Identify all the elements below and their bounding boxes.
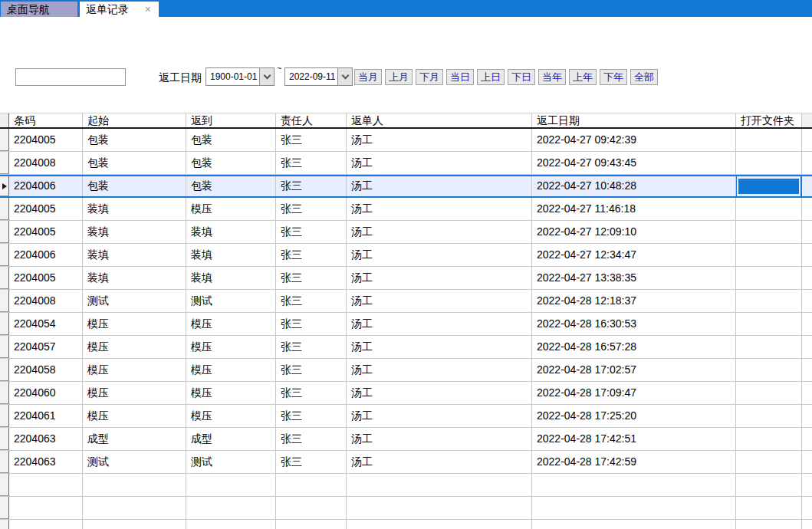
quick-filter-button-6[interactable]: 下日 bbox=[508, 69, 535, 85]
cell-open-folder[interactable] bbox=[736, 152, 802, 174]
quick-filter-button-1[interactable]: 当月 bbox=[354, 69, 382, 85]
column-header-rework-time[interactable]: 返工日期 bbox=[532, 113, 736, 127]
tab-return-records[interactable]: 返单记录 × bbox=[80, 2, 159, 17]
cell-to-step[interactable]: 测试 bbox=[186, 290, 276, 312]
cell-open-folder[interactable] bbox=[736, 198, 802, 220]
cell-open-folder[interactable] bbox=[736, 267, 802, 289]
table-row[interactable]: 2204005包装包装张三汤工2022-04-27 09:42:39 bbox=[0, 129, 812, 152]
row-selector[interactable] bbox=[0, 520, 9, 529]
table-row[interactable]: 2204063测试测试张三汤工2022-04-28 17:42:59 bbox=[0, 451, 812, 474]
cell-barcode[interactable]: 2204054 bbox=[9, 313, 83, 335]
cell-to-step[interactable] bbox=[186, 474, 276, 496]
cell-barcode[interactable]: 2204005 bbox=[9, 198, 83, 220]
cell-rework-time[interactable]: 2022-04-28 17:42:51 bbox=[532, 428, 736, 450]
table-row[interactable]: 2204005装填模压张三汤工2022-04-27 11:46:18 bbox=[0, 198, 812, 221]
cell-open-folder[interactable] bbox=[736, 336, 802, 358]
cell-from-step[interactable] bbox=[83, 497, 186, 519]
cell-open-folder[interactable] bbox=[736, 451, 802, 473]
row-selector[interactable] bbox=[0, 176, 9, 196]
cell-rework-time[interactable]: 2022-04-28 17:25:20 bbox=[532, 405, 736, 427]
cell-returner[interactable] bbox=[347, 474, 532, 496]
cell-responsible[interactable] bbox=[276, 520, 347, 529]
cell-barcode[interactable]: 2204060 bbox=[9, 382, 83, 404]
cell-returner[interactable]: 汤工 bbox=[347, 176, 532, 196]
cell-barcode[interactable]: 2204005 bbox=[9, 267, 83, 289]
cell-to-step[interactable]: 模压 bbox=[186, 313, 276, 335]
cell-rework-time[interactable]: 2022-04-28 16:57:28 bbox=[532, 336, 736, 358]
cell-responsible[interactable]: 张三 bbox=[276, 129, 347, 151]
column-header-from-step[interactable]: 起始 bbox=[83, 113, 186, 127]
cell-open-folder[interactable] bbox=[736, 405, 802, 427]
cell-returner[interactable]: 汤工 bbox=[347, 198, 532, 220]
column-header-responsible[interactable]: 责任人 bbox=[276, 113, 347, 127]
table-row[interactable]: 2204058模压模压张三汤工2022-04-28 17:02:57 bbox=[0, 359, 812, 382]
cell-barcode[interactable]: 2204006 bbox=[9, 176, 83, 196]
cell-from-step[interactable]: 装填 bbox=[83, 267, 186, 289]
cell-from-step[interactable]: 测试 bbox=[83, 451, 186, 473]
cell-open-folder[interactable] bbox=[736, 221, 802, 243]
cell-open-folder[interactable] bbox=[736, 129, 802, 151]
cell-from-step[interactable]: 测试 bbox=[83, 290, 186, 312]
cell-to-step[interactable]: 包装 bbox=[186, 176, 276, 196]
cell-from-step[interactable]: 模压 bbox=[83, 405, 186, 427]
cell-responsible[interactable]: 张三 bbox=[276, 428, 347, 450]
cell-rework-time[interactable]: 2022-04-27 09:43:45 bbox=[532, 152, 736, 174]
date-from-picker[interactable]: 1900-01-01 bbox=[205, 67, 275, 86]
date-from-dropdown-button[interactable] bbox=[259, 68, 274, 85]
cell-open-folder[interactable] bbox=[736, 520, 802, 529]
cell-responsible[interactable]: 张三 bbox=[276, 382, 347, 404]
cell-to-step[interactable]: 包装 bbox=[186, 129, 276, 151]
cell-returner[interactable]: 汤工 bbox=[347, 221, 532, 243]
cell-barcode[interactable]: 2204006 bbox=[9, 244, 83, 266]
cell-barcode[interactable]: 2204005 bbox=[9, 221, 83, 243]
cell-open-folder[interactable] bbox=[736, 313, 802, 335]
row-selector[interactable] bbox=[0, 405, 9, 427]
cell-to-step[interactable]: 模压 bbox=[186, 405, 276, 427]
cell-rework-time[interactable]: 2022-04-27 10:48:28 bbox=[532, 176, 736, 196]
cell-from-step[interactable]: 装填 bbox=[83, 198, 186, 220]
row-selector[interactable] bbox=[0, 221, 9, 243]
cell-rework-time[interactable]: 2022-04-27 11:46:18 bbox=[532, 198, 736, 220]
row-selector[interactable] bbox=[0, 290, 9, 312]
cell-from-step[interactable]: 包装 bbox=[83, 176, 186, 196]
cell-rework-time[interactable] bbox=[532, 474, 736, 496]
column-header-returner[interactable]: 返单人 bbox=[347, 113, 532, 127]
cell-returner[interactable]: 汤工 bbox=[347, 336, 532, 358]
cell-to-step[interactable]: 装填 bbox=[186, 244, 276, 266]
cell-returner[interactable]: 汤工 bbox=[347, 451, 532, 473]
cell-barcode[interactable] bbox=[9, 497, 83, 519]
column-header-open-folder[interactable]: 打开文件夹 bbox=[736, 113, 802, 127]
quick-filter-button-4[interactable]: 当日 bbox=[446, 69, 474, 85]
cell-from-step[interactable]: 模压 bbox=[83, 359, 186, 381]
cell-rework-time[interactable]: 2022-04-28 16:30:53 bbox=[532, 313, 736, 335]
quick-filter-button-2[interactable]: 上月 bbox=[385, 69, 413, 85]
table-row[interactable]: 2204060模压模压张三汤工2022-04-28 17:09:47 bbox=[0, 382, 812, 405]
cell-to-step[interactable]: 装填 bbox=[186, 267, 276, 289]
cell-open-folder[interactable] bbox=[736, 359, 802, 381]
table-row[interactable]: 2204057模压模压张三汤工2022-04-28 16:57:28 bbox=[0, 336, 812, 359]
row-selector[interactable] bbox=[0, 267, 9, 289]
cell-barcode[interactable]: 2204057 bbox=[9, 336, 83, 358]
cell-returner[interactable]: 汤工 bbox=[347, 359, 532, 381]
quick-filter-button-3[interactable]: 下月 bbox=[416, 69, 443, 85]
cell-responsible[interactable]: 张三 bbox=[276, 290, 347, 312]
cell-open-folder[interactable] bbox=[736, 382, 802, 404]
cell-from-step[interactable]: 模压 bbox=[83, 336, 186, 358]
table-row-empty[interactable] bbox=[0, 520, 812, 529]
row-selector[interactable] bbox=[0, 152, 9, 174]
cell-to-step[interactable]: 模压 bbox=[186, 359, 276, 381]
table-row[interactable]: 2204008包装包装张三汤工2022-04-27 09:43:45 bbox=[0, 152, 812, 175]
cell-open-folder[interactable] bbox=[736, 428, 802, 450]
cell-returner[interactable]: 汤工 bbox=[347, 428, 532, 450]
cell-to-step[interactable]: 测试 bbox=[186, 451, 276, 473]
date-to-dropdown-button[interactable] bbox=[337, 68, 352, 85]
cell-open-folder[interactable] bbox=[736, 176, 802, 196]
quick-filter-button-8[interactable]: 上年 bbox=[569, 69, 597, 85]
quick-filter-button-10[interactable]: 全部 bbox=[630, 69, 658, 85]
cell-barcode[interactable] bbox=[9, 520, 83, 529]
cell-returner[interactable]: 汤工 bbox=[347, 382, 532, 404]
cell-to-step[interactable]: 包装 bbox=[186, 152, 276, 174]
cell-returner[interactable] bbox=[347, 520, 532, 529]
cell-from-step[interactable]: 装填 bbox=[83, 221, 186, 243]
quick-filter-button-7[interactable]: 当年 bbox=[538, 69, 566, 85]
